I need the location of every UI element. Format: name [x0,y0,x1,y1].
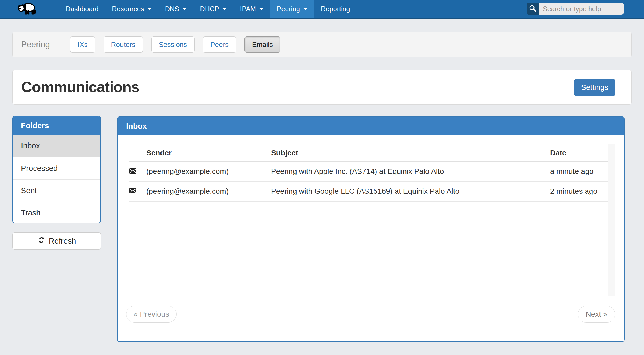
button-label: Settings [581,83,608,92]
main-navigation: Dashboard Resources DNS DHCP IPAM Peerin… [59,0,357,18]
table-row[interactable]: (peering@example.com) Peering with Googl… [129,182,608,202]
nav-label: DNS [165,5,179,13]
column-header-date: Date [550,149,566,157]
mail-subject: Peering with Google LLC (AS15169) at Equ… [271,187,459,196]
nav-label: Dashboard [66,5,98,13]
inbox-panel: Inbox Sender Subject Date (peering@examp… [117,116,625,342]
inbox-panel-header: Inbox [118,117,624,135]
caret-down-icon [259,8,264,10]
search-input[interactable] [539,3,624,15]
folders-panel: Folders Inbox Processed Sent Trash [12,116,101,223]
nav-item-dashboard[interactable]: Dashboard [59,0,105,18]
panda-logo-icon [14,1,41,16]
subnav-buttons: IXs Routers Sessions Peers Emails [70,36,280,53]
nav-label: IPAM [240,5,256,13]
app-logo[interactable] [14,0,41,18]
refresh-button[interactable]: Refresh [12,232,101,250]
table-row[interactable]: (peering@example.com) Peering with Apple… [129,162,608,182]
emails-button[interactable]: Emails [244,36,280,53]
nav-item-ipam[interactable]: IPAM [233,0,270,18]
subnav-title: Peering [21,40,66,49]
table-header-row: Sender Subject Date [118,149,624,161]
envelope-icon [129,168,136,175]
application-root: Dashboard Resources DNS DHCP IPAM Peerin… [0,0,644,355]
column-header-sender: Sender [146,149,172,157]
button-label: Sessions [159,41,187,49]
caret-down-icon [303,8,308,10]
mail-sender: (peering@example.com) [146,167,229,176]
button-label: Refresh [49,237,76,246]
ixs-button[interactable]: IXs [70,36,95,53]
button-label: Peers [210,41,229,49]
mail-sender: (peering@example.com) [146,187,229,196]
nav-item-peering[interactable]: Peering [270,0,314,18]
mail-date: a minute ago [550,167,594,176]
caret-down-icon [182,8,187,10]
folder-label: Inbox [21,141,40,150]
nav-item-dhcp[interactable]: DHCP [193,0,233,18]
button-label: Emails [252,41,273,49]
envelope-icon [129,188,136,195]
nav-label: Reporting [321,5,350,13]
nav-label: DHCP [200,5,219,13]
page-title: Communications [21,78,139,96]
search-icon [529,5,536,13]
nav-item-resources[interactable]: Resources [105,0,158,18]
button-label: « Previous [134,310,169,319]
next-page-button[interactable]: Next » [578,306,615,323]
nav-item-dns[interactable]: DNS [158,0,193,18]
routers-button[interactable]: Routers [104,36,143,53]
sessions-button[interactable]: Sessions [151,36,195,53]
nav-label: Peering [277,5,300,13]
button-label: Routers [111,41,136,49]
folder-item-inbox[interactable]: Inbox [13,135,100,157]
peers-button[interactable]: Peers [203,36,236,53]
mail-subject: Peering with Apple Inc. (AS714) at Equin… [271,167,444,176]
previous-page-button[interactable]: « Previous [126,306,177,323]
inbox-scrollbar-track[interactable] [608,144,615,296]
folder-item-sent[interactable]: Sent [13,179,100,202]
search-addon [527,3,539,15]
folder-label: Sent [21,186,37,195]
folder-item-processed[interactable]: Processed [13,157,100,179]
folders-panel-header: Folders [13,116,100,135]
button-label: IXs [78,41,88,49]
nav-label: Resources [112,5,144,13]
nav-item-reporting[interactable]: Reporting [314,0,357,18]
caret-down-icon [147,8,152,10]
column-header-subject: Subject [271,149,298,157]
button-label: Next » [586,310,608,319]
global-search [527,3,624,15]
mail-date: 2 minutes ago [550,187,597,196]
inbox-body: Sender Subject Date (peering@example.com… [118,135,624,342]
caret-down-icon [222,8,226,10]
settings-button[interactable]: Settings [574,79,615,96]
refresh-icon [37,236,45,246]
peering-subnav: Peering IXs Routers Sessions Peers Email… [12,32,632,57]
communications-card: Communications Settings [12,70,632,105]
folder-item-trash[interactable]: Trash [13,202,100,223]
folder-label: Processed [21,164,58,173]
top-navbar: Dashboard Resources DNS DHCP IPAM Peerin… [0,0,644,19]
folder-label: Trash [21,208,41,217]
